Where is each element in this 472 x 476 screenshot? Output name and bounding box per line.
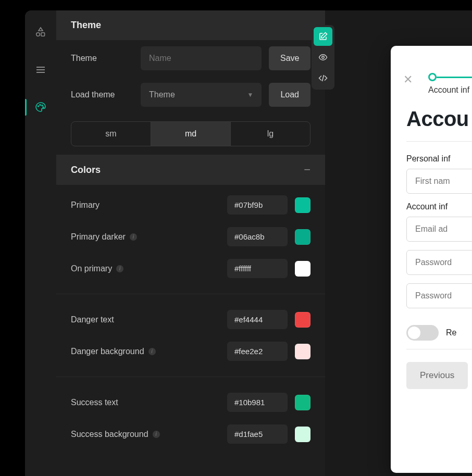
color-swatch[interactable] xyxy=(295,261,310,277)
color-hex-input[interactable] xyxy=(227,424,288,444)
color-group-divider xyxy=(56,377,325,377)
account-section-label: Account inf xyxy=(406,202,472,211)
size-md[interactable]: md xyxy=(151,122,230,146)
load-button[interactable]: Load xyxy=(269,83,310,107)
color-label: Success text xyxy=(71,398,220,407)
colors-section-header[interactable]: Colors − xyxy=(56,155,325,185)
color-swatch[interactable] xyxy=(295,197,310,213)
color-hex-input[interactable] xyxy=(227,310,288,329)
nav-rail xyxy=(25,10,56,476)
svg-line-10 xyxy=(322,75,324,81)
edit-mode-button[interactable] xyxy=(314,27,332,46)
load-theme-label: Load theme xyxy=(71,90,133,99)
svg-point-0 xyxy=(36,33,40,36)
load-theme-row: Load theme Theme ▼ Load xyxy=(56,77,325,113)
color-row: On primaryi xyxy=(56,253,325,284)
color-row: Success backgroundi xyxy=(56,418,325,450)
stepper xyxy=(428,73,472,81)
color-label: Danger backgroundi xyxy=(71,347,220,356)
color-hex-input[interactable] xyxy=(227,393,288,412)
color-row: Danger text xyxy=(56,304,325,335)
preview-mode-button[interactable] xyxy=(314,48,332,67)
save-button[interactable]: Save xyxy=(269,46,310,70)
color-swatch[interactable] xyxy=(295,427,310,442)
minus-icon: − xyxy=(304,163,310,177)
palette-icon xyxy=(34,101,47,114)
color-swatch[interactable] xyxy=(295,344,310,359)
svg-point-9 xyxy=(322,56,325,59)
svg-point-6 xyxy=(40,105,41,106)
color-label: Primary darkeri xyxy=(71,232,220,242)
color-swatch[interactable] xyxy=(295,312,310,328)
theme-name-row: Theme Save xyxy=(56,40,325,77)
preview-divider xyxy=(406,141,472,142)
color-label: Primary xyxy=(71,201,220,210)
eye-icon xyxy=(318,53,328,62)
color-label: Danger text xyxy=(71,315,220,324)
color-row: Success text xyxy=(56,386,325,418)
color-hex-input[interactable] xyxy=(227,259,288,278)
previous-button[interactable]: Previous xyxy=(406,362,468,389)
color-hex-input[interactable] xyxy=(227,195,288,215)
size-sm[interactable]: sm xyxy=(71,122,151,146)
color-swatch[interactable] xyxy=(295,229,310,245)
svg-point-8 xyxy=(43,107,44,108)
color-label: On primaryi xyxy=(71,264,220,273)
preview-card: ✕ Account inf Accou Personal inf Account… xyxy=(391,46,472,473)
password-input[interactable] xyxy=(406,250,472,275)
code-mode-button[interactable] xyxy=(314,69,332,87)
shapes-icon xyxy=(34,26,47,39)
info-icon[interactable]: i xyxy=(116,265,123,272)
load-theme-select[interactable]: Theme ▼ xyxy=(141,83,262,107)
theme-name-label: Theme xyxy=(71,54,133,63)
color-swatch[interactable] xyxy=(295,395,310,410)
load-theme-placeholder: Theme xyxy=(149,90,175,99)
remember-toggle[interactable] xyxy=(406,325,439,341)
chevron-down-icon: ▼ xyxy=(247,91,254,98)
remember-label: Re xyxy=(446,328,456,337)
preview-heading: Accou xyxy=(406,107,472,131)
nav-menu[interactable] xyxy=(25,58,56,81)
colors-section-title: Colors xyxy=(71,165,101,176)
color-hex-input[interactable] xyxy=(227,342,288,361)
svg-point-7 xyxy=(42,105,43,106)
menu-icon xyxy=(34,64,47,76)
info-icon[interactable]: i xyxy=(148,348,156,355)
close-icon[interactable]: ✕ xyxy=(403,73,413,86)
info-icon[interactable]: i xyxy=(153,431,160,438)
color-row: Danger backgroundi xyxy=(56,335,325,367)
svg-point-5 xyxy=(38,106,39,107)
stepper-line xyxy=(437,77,472,78)
size-segment: sm md lg xyxy=(71,121,310,146)
color-row: Primary darkeri xyxy=(56,221,325,253)
theme-name-input[interactable] xyxy=(141,46,262,70)
color-hex-input[interactable] xyxy=(227,227,288,246)
view-toolbar xyxy=(312,25,334,90)
first-name-input[interactable] xyxy=(406,169,472,194)
code-icon xyxy=(318,73,328,83)
preview-divider-2 xyxy=(406,349,472,349)
nav-theme[interactable] xyxy=(25,96,56,119)
size-lg[interactable]: lg xyxy=(230,122,310,146)
nav-shapes[interactable] xyxy=(25,21,56,44)
personal-section-label: Personal inf xyxy=(406,154,472,164)
edit-icon xyxy=(318,32,328,41)
panel-title: Theme xyxy=(56,10,325,40)
color-group-divider xyxy=(56,294,325,294)
color-row: Primary xyxy=(56,189,325,221)
theme-panel: Theme Theme Save Load theme Theme ▼ Load… xyxy=(56,10,325,476)
stepper-label: Account inf xyxy=(428,85,472,95)
svg-rect-1 xyxy=(41,33,45,36)
email-input[interactable] xyxy=(406,217,472,242)
info-icon[interactable]: i xyxy=(130,233,137,241)
stepper-dot-active xyxy=(428,73,437,81)
password-confirm-input[interactable] xyxy=(406,283,472,308)
color-label: Success backgroundi xyxy=(71,430,220,439)
